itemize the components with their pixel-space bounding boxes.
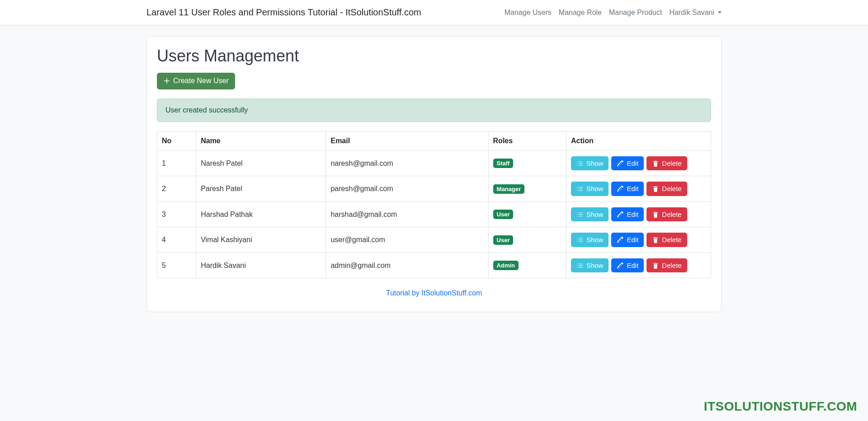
- cell-action: Show Edit Delete: [566, 150, 711, 176]
- delete-button[interactable]: Delete: [646, 258, 687, 273]
- edit-label: Edit: [627, 261, 638, 270]
- th-email: Email: [326, 131, 488, 150]
- table-row: 5 Hardik Savani admin@gmail.com Admin Sh…: [157, 253, 711, 278]
- th-no: No: [157, 131, 196, 150]
- role-badge: User: [493, 210, 514, 219]
- edit-label: Edit: [627, 184, 638, 193]
- list-icon: [576, 185, 584, 192]
- chevron-down-icon: [718, 11, 722, 14]
- table-row: 2 Paresh Patel paresh@gmail.com Manager …: [157, 176, 711, 202]
- navbar-brand[interactable]: Laravel 11 User Roles and Permissions Tu…: [146, 7, 421, 18]
- cell-roles: Admin: [488, 253, 566, 278]
- edit-icon: [617, 160, 624, 167]
- th-action: Action: [566, 131, 711, 150]
- cell-no: 3: [157, 201, 196, 227]
- cell-no: 4: [157, 227, 196, 253]
- list-icon: [576, 211, 584, 218]
- delete-label: Delete: [662, 184, 681, 193]
- delete-button[interactable]: Delete: [646, 156, 687, 171]
- show-label: Show: [586, 210, 604, 219]
- delete-label: Delete: [662, 235, 681, 244]
- edit-icon: [617, 211, 624, 218]
- delete-button[interactable]: Delete: [646, 233, 687, 247]
- nav-user-label: Hardik Savani: [669, 9, 714, 17]
- trash-icon: [652, 211, 659, 218]
- delete-button[interactable]: Delete: [646, 207, 687, 222]
- delete-label: Delete: [662, 210, 681, 219]
- plus-icon: [163, 77, 170, 84]
- cell-email: naresh@gmail.com: [326, 150, 488, 176]
- nav-manage-product[interactable]: Manage Product: [609, 9, 662, 17]
- edit-button[interactable]: Edit: [611, 182, 644, 196]
- create-user-button[interactable]: Create New User: [157, 73, 235, 89]
- role-badge: User: [493, 235, 514, 245]
- table-row: 1 Naresh Patel naresh@gmail.com Staff Sh…: [157, 150, 711, 176]
- role-badge: Staff: [493, 159, 514, 168]
- delete-label: Delete: [662, 159, 681, 168]
- cell-email: user@gmail.com: [326, 227, 488, 253]
- edit-button[interactable]: Edit: [611, 258, 644, 273]
- role-badge: Admin: [493, 261, 519, 270]
- cell-action: Show Edit Delete: [566, 227, 711, 253]
- navbar: Laravel 11 User Roles and Permissions Tu…: [0, 0, 868, 25]
- cell-name: Vimal Kashiyani: [196, 227, 326, 253]
- trash-icon: [652, 160, 659, 167]
- show-button[interactable]: Show: [571, 182, 609, 196]
- cell-action: Show Edit Delete: [566, 253, 711, 278]
- cell-roles: Staff: [488, 150, 566, 176]
- trash-icon: [652, 185, 659, 192]
- users-table: No Name Email Roles Action 1 Naresh Pate…: [157, 131, 711, 279]
- show-label: Show: [586, 261, 604, 270]
- cell-action: Show Edit Delete: [566, 176, 711, 202]
- edit-icon: [617, 262, 624, 269]
- cell-no: 2: [157, 176, 196, 202]
- nav-manage-users[interactable]: Manage Users: [505, 9, 552, 17]
- cell-email: admin@gmail.com: [326, 253, 488, 278]
- edit-button[interactable]: Edit: [611, 233, 644, 247]
- table-row: 3 Harshad Pathak harshad@gmail.com User …: [157, 201, 711, 227]
- edit-icon: [617, 185, 624, 192]
- th-roles: Roles: [488, 131, 566, 150]
- show-button[interactable]: Show: [571, 258, 609, 273]
- main-card: Users Management Create New User User cr…: [146, 36, 722, 312]
- nav-manage-role[interactable]: Manage Role: [559, 9, 602, 17]
- nav-user-dropdown[interactable]: Hardik Savani: [669, 9, 722, 17]
- cell-email: harshad@gmail.com: [326, 201, 488, 227]
- delete-button[interactable]: Delete: [646, 182, 687, 196]
- show-label: Show: [586, 159, 604, 168]
- trash-icon: [652, 262, 659, 269]
- create-user-label: Create New User: [173, 76, 229, 86]
- cell-name: Naresh Patel: [196, 150, 326, 176]
- cell-no: 1: [157, 150, 196, 176]
- delete-label: Delete: [662, 261, 681, 270]
- edit-icon: [617, 236, 624, 243]
- cell-roles: User: [488, 227, 566, 253]
- th-name: Name: [196, 131, 326, 150]
- list-icon: [576, 262, 584, 269]
- show-button[interactable]: Show: [571, 207, 609, 222]
- edit-label: Edit: [627, 159, 638, 168]
- show-button[interactable]: Show: [571, 233, 609, 247]
- cell-name: Hardik Savani: [196, 253, 326, 278]
- show-button[interactable]: Show: [571, 156, 609, 171]
- edit-label: Edit: [627, 210, 638, 219]
- cell-no: 5: [157, 253, 196, 278]
- cell-name: Harshad Pathak: [196, 201, 326, 227]
- edit-button[interactable]: Edit: [611, 156, 644, 171]
- trash-icon: [652, 236, 659, 243]
- footer-tutorial-link[interactable]: Tutorial by ItSolutionStuff.com: [386, 289, 482, 297]
- cell-action: Show Edit Delete: [566, 201, 711, 227]
- table-row: 4 Vimal Kashiyani user@gmail.com User Sh…: [157, 227, 711, 253]
- list-icon: [576, 236, 584, 243]
- edit-label: Edit: [627, 235, 638, 244]
- list-icon: [576, 160, 584, 167]
- role-badge: Manager: [493, 184, 524, 194]
- success-alert: User created successfully: [157, 98, 711, 122]
- edit-button[interactable]: Edit: [611, 207, 644, 222]
- show-label: Show: [586, 184, 604, 193]
- cell-email: paresh@gmail.com: [326, 176, 488, 202]
- cell-roles: Manager: [488, 176, 566, 202]
- cell-name: Paresh Patel: [196, 176, 326, 202]
- show-label: Show: [586, 235, 604, 244]
- page-title: Users Management: [157, 47, 711, 65]
